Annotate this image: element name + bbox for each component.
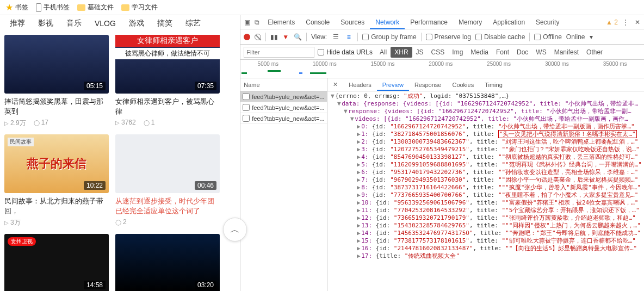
view-label: View: bbox=[311, 33, 327, 41]
video-duration: 07:35 bbox=[195, 82, 216, 90]
bookmarks-label: 书签 bbox=[15, 3, 28, 12]
nav-item[interactable]: 音乐 bbox=[66, 18, 82, 28]
record-button[interactable] bbox=[244, 34, 250, 40]
video-duration: 14:58 bbox=[84, 281, 106, 289]
device-icon[interactable]: ⧉ bbox=[252, 18, 261, 27]
nav-item[interactable]: 综艺 bbox=[185, 18, 201, 28]
type-filter[interactable]: Img bbox=[448, 47, 467, 58]
preview-tabs: ✕ HeadersPreviewResponseCookiesTiming bbox=[327, 78, 644, 91]
type-filter[interactable]: JS bbox=[412, 47, 428, 58]
devtools-panel: ▣ ⧉ ElementsConsoleSourcesNetworkPerform… bbox=[240, 15, 644, 291]
view-list-icon[interactable]: ☰ bbox=[331, 33, 340, 41]
video-thumbnail[interactable]: 05:15 bbox=[4, 35, 109, 94]
bookmark-folder-1[interactable]: 基础文件 bbox=[77, 3, 114, 12]
video-duration: 05:15 bbox=[84, 82, 106, 90]
request-row[interactable]: feed?tab=yule_new&act=... bbox=[240, 113, 327, 124]
video-meta: 2.9万17 bbox=[4, 119, 109, 128]
video-duration: 10:22 bbox=[84, 181, 106, 190]
offline-toggle[interactable]: Offline bbox=[534, 33, 561, 41]
settings-icon[interactable]: ⋮ bbox=[621, 18, 630, 27]
devtools-tab[interactable]: Application bbox=[487, 16, 530, 28]
scroll-top-button[interactable]: ︿ bbox=[223, 218, 247, 242]
devtools-tab[interactable]: Security bbox=[530, 16, 565, 28]
clear-button[interactable] bbox=[255, 34, 261, 40]
devtools-tab[interactable]: Elements bbox=[262, 16, 300, 28]
type-filter[interactable]: Other bbox=[583, 47, 606, 58]
nav-item[interactable]: VLOG bbox=[95, 19, 116, 28]
video-card[interactable]: 女律师相亲遇客户被骂黑心律师，做法绝情不可07:35女律师相亲遇到客户，被骂黑心… bbox=[115, 35, 220, 128]
json-preview[interactable]: ▼{errno: 0, errmsg: "成功", logid: "037515… bbox=[327, 91, 644, 291]
bookmark-phone[interactable]: 手机书签 bbox=[36, 3, 70, 12]
video-duration: 00:46 bbox=[195, 181, 216, 190]
disable-cache[interactable]: Disable cache bbox=[475, 33, 525, 41]
devtools-tab[interactable]: Sources bbox=[335, 16, 370, 28]
close-icon[interactable]: ✕ bbox=[633, 18, 642, 27]
video-title: 从迷茫到逐步接受，时代少年团已经完全适应单位这个词了 bbox=[115, 196, 220, 216]
type-filter[interactable]: All bbox=[376, 47, 391, 58]
close-detail[interactable]: ✕ bbox=[330, 81, 341, 88]
nav-item[interactable]: 搞笑 bbox=[157, 18, 172, 28]
bookmarks-star[interactable]: ★书签 bbox=[5, 2, 28, 13]
preserve-log[interactable]: Preserve log bbox=[426, 33, 471, 41]
type-filter[interactable]: XHR bbox=[391, 47, 412, 58]
chevron-up-icon: ︿ bbox=[230, 223, 240, 236]
nav-item[interactable]: 推荐 bbox=[10, 18, 25, 28]
group-by-frame[interactable]: Group by frame bbox=[362, 33, 416, 41]
video-title: 民间故事：从北方归来的燕子带回， bbox=[4, 196, 109, 216]
video-card[interactable]: 05:15摔话筒怒揭颁奖黑幕，田震与那英到2.9万17 bbox=[4, 35, 109, 128]
video-title: 女律师相亲遇到客户，被骂黑心律 bbox=[115, 97, 220, 116]
type-filter[interactable]: Manifest bbox=[550, 47, 583, 58]
category-nav: 推荐影视音乐VLOG游戏搞笑综艺 bbox=[0, 15, 240, 32]
type-filter[interactable]: Doc bbox=[513, 47, 532, 58]
star-icon: ★ bbox=[5, 2, 13, 13]
type-filter[interactable]: CSS bbox=[428, 47, 449, 58]
bookmark-folder-2[interactable]: 学习文件 bbox=[121, 3, 158, 12]
network-filter-bar: Hide data URLs AllXHRJSCSSImgMediaFontDo… bbox=[240, 45, 644, 60]
preview-tab[interactable]: Timing bbox=[479, 80, 508, 90]
video-card[interactable]: 03:20朱媛媛曝梁冠华太闹腾，爱吓唬人，1 6万 bbox=[115, 234, 220, 291]
type-filter[interactable]: WS bbox=[532, 47, 550, 58]
devtools-tab[interactable]: Performance bbox=[405, 16, 453, 28]
request-detail: ✕ HeadersPreviewResponseCookiesTiming ▼{… bbox=[327, 78, 644, 291]
search-icon[interactable]: 🔍 bbox=[293, 33, 302, 41]
preview-tab[interactable]: Response bbox=[409, 80, 447, 90]
request-row[interactable]: feed?tab=yule_new&act=... bbox=[240, 91, 327, 102]
video-thumbnail[interactable]: 03:20 bbox=[115, 234, 220, 291]
type-filter[interactable]: Font bbox=[492, 47, 513, 58]
video-thumbnail[interactable]: 贵州卫视14:58 bbox=[4, 234, 109, 291]
nav-item[interactable]: 影视 bbox=[38, 18, 53, 28]
video-card[interactable]: 00:46从迷茫到逐步接受，时代少年团已经完全适应单位这个词了2 bbox=[115, 134, 220, 227]
filter-input[interactable] bbox=[244, 47, 314, 58]
video-card[interactable]: 燕子的来信民间故事10:22民间故事：从北方归来的燕子带回，3万 bbox=[4, 134, 109, 227]
video-thumbnail[interactable]: 女律师相亲遇客户被骂黑心律师，做法绝情不可07:35 bbox=[115, 35, 220, 94]
devtools-tabs: ▣ ⧉ ElementsConsoleSourcesNetworkPerform… bbox=[240, 15, 644, 29]
network-toolbar: ▮▮ ▼ 🔍 View: ☰ ≡ Group by frame Preserve… bbox=[240, 29, 644, 45]
type-filter[interactable]: Media bbox=[467, 47, 492, 58]
throttle-select[interactable]: Online bbox=[566, 33, 585, 41]
devtools-tab[interactable]: Network bbox=[370, 16, 405, 29]
bookmarks-bar: ★书签 手机书签 基础文件 学习文件 bbox=[0, 0, 644, 15]
folder-icon bbox=[121, 4, 129, 11]
chevron-down-icon[interactable]: ▾ bbox=[590, 33, 593, 41]
warning-badge[interactable]: ▲ 2 bbox=[606, 18, 618, 26]
phone-icon bbox=[36, 3, 41, 12]
nav-item[interactable]: 游戏 bbox=[129, 18, 144, 28]
video-thumbnail[interactable]: 00:46 bbox=[115, 134, 220, 193]
screenshot-icon[interactable]: ▮▮ bbox=[270, 33, 278, 41]
devtools-tab[interactable]: Memory bbox=[453, 16, 487, 28]
preview-tab[interactable]: Cookies bbox=[447, 80, 479, 90]
video-card[interactable]: 贵州卫视14:58美女节目挽留前男友，6年感情说散11万240 bbox=[4, 234, 109, 291]
network-timeline[interactable]: 5000 ms10000 ms15000 ms20000 ms25000 ms3… bbox=[240, 60, 644, 78]
page-content: 推荐影视音乐VLOG游戏搞笑综艺 05:15摔话筒怒揭颁奖黑幕，田震与那英到2.… bbox=[0, 15, 240, 291]
request-row[interactable]: feed?tab=yule_new&act=... bbox=[240, 102, 327, 113]
view-large-icon[interactable]: ≡ bbox=[344, 33, 353, 41]
preview-tab[interactable]: Preview bbox=[377, 80, 409, 91]
preview-tab[interactable]: Headers bbox=[343, 80, 377, 90]
video-title: 摔话筒怒揭颁奖黑幕，田震与那英到 bbox=[4, 97, 109, 116]
video-grid: 05:15摔话筒怒揭颁奖黑幕，田震与那英到2.9万17女律师相亲遇客户被骂黑心律… bbox=[0, 32, 240, 291]
hide-data-urls[interactable]: Hide data URLs bbox=[318, 48, 373, 56]
filter-icon[interactable]: ▼ bbox=[282, 33, 289, 41]
devtools-tab[interactable]: Console bbox=[300, 16, 335, 28]
video-thumbnail[interactable]: 燕子的来信民间故事10:22 bbox=[4, 134, 109, 193]
inspect-icon[interactable]: ▣ bbox=[243, 18, 251, 27]
